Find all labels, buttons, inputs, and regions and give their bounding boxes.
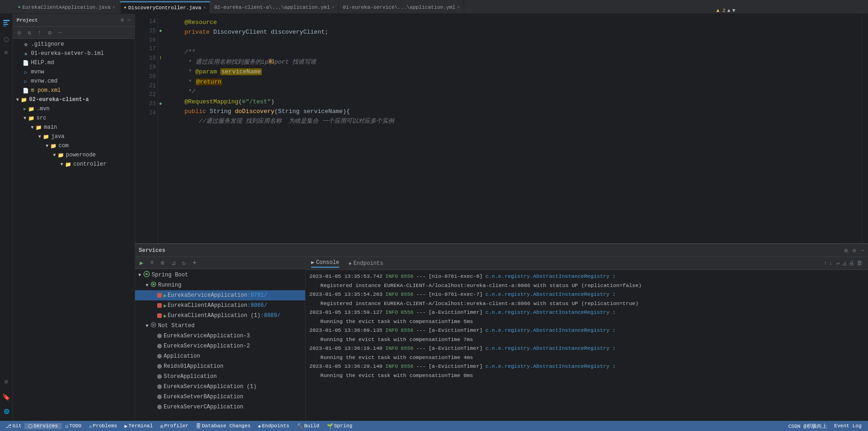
log-timestamp: 2023-01-05 13:35:53.742 [309,272,383,281]
not-started-icon [151,322,156,329]
status-todo[interactable]: ☑ TODO [62,423,85,429]
bookmarks-icon[interactable]: 🔖 [1,391,12,402]
services-add-icon[interactable]: + [190,258,199,268]
collapse-icon[interactable]: ▼ [732,8,735,13]
sort-icon[interactable]: ⇅ [25,28,34,37]
stree-eureka-service-8761[interactable]: ▶ EurekaServiceApplication :8761/ [135,290,305,300]
tree-item-java-dir[interactable]: ▼ 📁 java [13,132,135,141]
status-endpoints-bar[interactable]: ◈ Endpoints [254,423,293,429]
settings-tree-icon[interactable]: ⚙ [45,28,54,37]
close-tab-icon[interactable]: × [112,5,115,10]
tree-item-eureka-client-folder[interactable]: ▼ 📁 02-eureka-client-a [13,95,135,104]
status-terminal[interactable]: ▶ Terminal [121,423,156,429]
close-tab-icon[interactable]: × [457,5,460,10]
tree-item-iml[interactable]: ◈ 01-eureka-setver-b.iml [13,49,135,58]
warning-count[interactable]: ▲ 2 [716,8,726,13]
tab-app-yml-service[interactable]: 01-eureka-service\...\application.yml × [339,1,464,13]
stree-running[interactable]: ▼ Running [135,280,305,290]
locate-icon[interactable]: ◎ [15,28,24,37]
status-profiler[interactable]: ◎ Profiler [157,423,192,429]
stop-icon [157,313,162,318]
log-timestamp: 2023-01-05 13:35:54.263 [309,290,383,299]
structure-icon[interactable]: ≡ [1,377,12,388]
status-csdn[interactable]: CSDN @积极向上 [785,423,831,430]
stree-ns-reids[interactable]: Reids01Application [135,361,305,371]
collapse-all-icon[interactable]: ↑ [35,28,44,37]
profiler-icon: ◎ [160,423,164,429]
tree-item-com[interactable]: ▼ 📁 com [13,141,135,150]
stree-spring-boot[interactable]: ▼ Spring Boot [135,270,305,280]
item-arrow [152,293,157,298]
tree-item-controller[interactable]: ▼ 📁 controller [13,160,135,169]
tree-item-mvnw-cmd[interactable]: ▷ mvnw.cmd [13,77,135,86]
pull-requests-icon[interactable]: ⊙ [1,47,12,58]
code-editor-content[interactable]: @Resource private DiscoveryClient discov… [168,14,862,243]
stree-ns-eureka-setver-b[interactable]: EurekaSetverBApplication [135,392,305,402]
problems-icon: ⚠ [89,423,92,429]
status-spring[interactable]: 🌱 Spring [323,423,356,429]
status-git[interactable]: ⎇ Git [3,423,24,429]
status-problems[interactable]: ⚠ Problems [85,423,121,429]
tree-item-mvn-dir[interactable]: ▶ 📁 .mvn [13,104,135,114]
web-icon[interactable]: 🌐 [1,406,12,417]
console-tab-endpoints[interactable]: ◈ Endpoints [348,260,383,267]
services-filter-icon[interactable]: ⊿ [169,258,178,268]
code-line-17: /** [170,47,858,57]
close-tab-icon[interactable]: × [332,5,335,10]
project-icon[interactable] [1,18,12,29]
stree-ns-eureka-service-1[interactable]: EurekaServiceApplication (1) [135,382,305,392]
services-minimize-icon[interactable]: — [861,247,864,254]
log-pid: 8556 [401,308,413,317]
stop-icon [157,303,162,308]
service-name: StoreApplication [164,373,217,380]
status-event-log[interactable]: Event Log [831,423,865,429]
service-name: Application [164,353,200,359]
tab-app-yml-client[interactable]: 02-eureka-client-a\...\application.yml × [211,1,339,13]
stree-eureka-client-8066[interactable]: ▶ EurekaClientAApplication :8066/ [135,300,305,311]
tree-item-main[interactable]: ▼ 📁 main [13,123,135,132]
services-content: ▶ ≡ ⊞ ⊿ ↻ + ▼ [135,257,868,421]
status-build[interactable]: 🔨 Build [293,423,323,429]
stree-not-started[interactable]: ▼ Not Started [135,321,305,331]
tree-item-mvnw[interactable]: ▷ mvnw [13,67,135,77]
stree-ns-eureka-service-3[interactable]: EurekaServiceApplication-3 [135,331,305,341]
log-msg-3: Running the evict task with compensation… [309,317,864,326]
log-colon: : [612,344,615,353]
stree-ns-eureka-service-2[interactable]: EurekaServiceApplication-2 [135,341,305,351]
services-run-icon[interactable]: ▶ [137,258,146,268]
tree-item-help-md[interactable]: 📄 HELP.md [13,58,135,67]
services-refresh-icon[interactable]: ↻ [179,258,189,268]
scroll-down-icon[interactable]: ↓ [829,260,833,267]
tree-item-gitignore[interactable]: ⚙ .gitignore [13,40,135,49]
console-output[interactable]: 2023-01-05 13:35:53.742 INFO 8556 --- [n… [306,270,868,421]
minimize-icon[interactable]: — [128,17,131,24]
clear-console-icon[interactable]: 🗑 [856,260,862,267]
status-services[interactable]: ⬡ Services [24,423,62,429]
commit-icon[interactable]: ⬡ [1,34,12,45]
print-icon[interactable]: 🖨 [849,260,855,267]
filter-console-icon[interactable]: ⊿ [842,260,847,267]
services-group-icon[interactable]: ⊞ [158,258,167,268]
tab-eureka-client-app[interactable]: ● EurekaClientAApplication.java × [14,1,119,13]
wrap-icon[interactable]: ↩ [836,260,840,267]
tree-item-powernode[interactable]: ▼ 📁 powernode [13,150,135,160]
status-db-changes[interactable]: 🗄 Database Changes [192,423,254,429]
console-tab-console[interactable]: ▶ Console [311,259,339,268]
stree-ns-eureka-server-c[interactable]: EurekaServerCApplication [135,402,305,412]
tree-item-src[interactable]: ▼ 📁 src [13,114,135,123]
not-started-label: Not Started [158,323,195,329]
services-gear-icon[interactable]: ⚙ [844,247,848,254]
stree-ns-application[interactable]: Application [135,351,305,361]
minus-icon[interactable]: — [55,28,65,37]
stree-eureka-client-8089[interactable]: ▶ EurekaClientAApplication (1) :8089/ ↗ [135,311,305,321]
gear-icon[interactable]: ⚙ [121,17,124,24]
expand-icon[interactable]: ▲ [727,8,731,13]
services-settings-icon[interactable]: ⚙ [852,247,856,254]
stree-ns-store[interactable]: StoreApplication [135,371,305,382]
tab-discovery-controller[interactable]: ● DiscoveryController.java × [120,1,210,13]
services-list-icon[interactable]: ≡ [148,258,157,268]
close-tab-icon[interactable]: × [203,6,206,11]
tree-item-pom[interactable]: 📄 m pom.xml [13,86,135,95]
service-name: EurekaServiceApplication (1) [164,383,257,390]
scroll-up-icon[interactable]: ↑ [824,260,827,267]
